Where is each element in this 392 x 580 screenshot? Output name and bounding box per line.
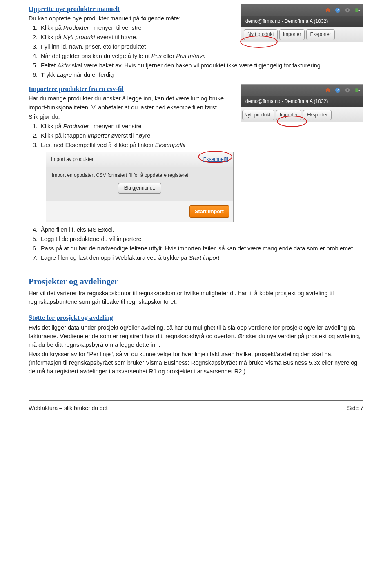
footer-page: Side 7 — [347, 404, 363, 412]
heading-stotte: Støtte for prosjekt og avdeling — [29, 313, 363, 322]
screenshot-tabs: Nytt produkt Importer Eksporter — [241, 107, 363, 122]
steps-importere-a: 1.Klikk på Produkter i menyen til venstr… — [29, 122, 363, 149]
list-item: 5.Feltet Aktiv skal være haket av. Hvis … — [41, 61, 363, 70]
svg-rect-9 — [355, 89, 358, 92]
tab-eksporter[interactable]: Eksporter — [303, 110, 331, 120]
home-icon — [325, 87, 331, 94]
tab-importer[interactable]: Importer — [276, 110, 302, 120]
page-footer: Webfaktura – slik bruker du det Side 7 — [29, 401, 363, 414]
browse-button[interactable]: Bla gjennom... — [118, 183, 162, 193]
section-importere: ? demo@firma.no · Demofirma A (1032) Nyt… — [29, 84, 363, 262]
svg-point-3 — [347, 9, 348, 11]
tab-eksporter[interactable]: Eksporter — [306, 29, 334, 40]
list-item: 5.Legg til de produktene du vil importer… — [41, 235, 363, 243]
gear-icon — [344, 7, 351, 13]
para-stotte-2: Hvis du krysser av for "Per linje", så v… — [29, 350, 363, 376]
para-stotte-1: Hvis det ligger data under prosjekt og/e… — [29, 323, 363, 349]
list-item: 3.Last ned Eksempelfil ved å klikke på l… — [41, 141, 363, 149]
svg-text:?: ? — [337, 89, 339, 93]
svg-rect-4 — [355, 8, 358, 12]
list-item: 3.Fyll inn id, navn, priser, etc for pro… — [41, 42, 363, 51]
help-icon: ? — [334, 87, 341, 94]
list-item: 4.Åpne filen i f. eks MS Excel. — [41, 225, 363, 234]
list-item: 6.Trykk Lagre når du er ferdig — [41, 71, 363, 79]
list-item: 1.Klikk på Produkter i menyen til venstr… — [41, 122, 363, 131]
section-opprette: ? demo@firma.no · Demofirma A (1032) Nyt… — [29, 4, 363, 80]
screenshot-importer: ? demo@firma.no · Demofirma A (1032) Nyt… — [241, 84, 363, 122]
gear-icon — [344, 87, 351, 94]
logout-icon — [354, 87, 361, 94]
tab-importer[interactable]: Importer — [279, 29, 305, 40]
screenshot-toolbar: ? — [241, 4, 363, 16]
import-dialog: Import av produkter Eksempelfil Import e… — [46, 152, 234, 222]
svg-text:?: ? — [337, 8, 339, 12]
para-prosjekter: Her vil det varierer fra regnskapskontor… — [29, 289, 363, 306]
list-item: 7.Lagre filen og last den opp i Webfaktu… — [41, 254, 363, 262]
import-dialog-desc: Import en oppdatert CSV formatert fil fo… — [52, 172, 227, 179]
tab-nytt-produkt[interactable]: Nytt produkt — [244, 29, 278, 40]
screenshot-nytt-produkt: ? demo@firma.no · Demofirma A (1032) Nyt… — [241, 4, 363, 42]
screenshot-userline: demo@firma.no · Demofirma A (1032) — [241, 16, 363, 27]
steps-importere-b: 4.Åpne filen i f. eks MS Excel. 5.Legg t… — [29, 225, 363, 262]
screenshot-toolbar: ? — [241, 85, 363, 96]
svg-point-8 — [347, 89, 348, 91]
screenshot-userline: demo@firma.no · Demofirma A (1032) — [241, 96, 363, 107]
tab-nytt-produkt[interactable]: Nytt produkt — [242, 110, 274, 120]
heading-prosjekter: Prosjekter og avdelinger — [29, 275, 363, 288]
list-item: 4.Når det gjelder pris kan du velge å fy… — [41, 52, 363, 60]
help-icon: ? — [334, 7, 341, 13]
list-item: 2.Klikk på knappen Importer øverst til h… — [41, 132, 363, 140]
home-icon — [325, 7, 331, 13]
list-item: 6.Pass på at du har de nødvendige felten… — [41, 244, 363, 253]
import-dialog-title: Import av produkter — [51, 156, 94, 163]
footer-title: Webfaktura – slik bruker du det — [29, 404, 108, 412]
logout-icon — [354, 7, 361, 13]
eksempelfil-link[interactable]: Eksempelfil — [203, 156, 228, 163]
start-import-button[interactable]: Start import — [189, 205, 229, 218]
screenshot-tabs: Nytt produkt Importer Eksporter — [241, 27, 363, 41]
